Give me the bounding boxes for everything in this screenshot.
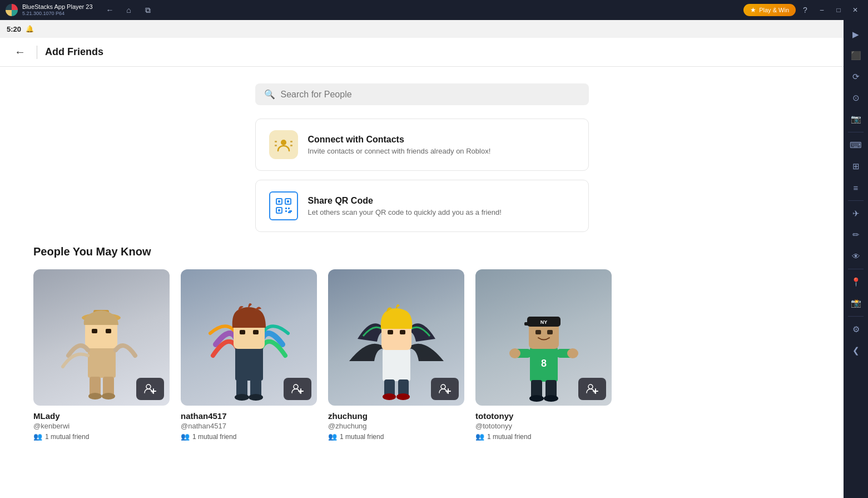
svg-rect-32 bbox=[240, 330, 245, 334]
mutual-icon-0: 👥 bbox=[33, 432, 42, 441]
sidebar-play-button[interactable]: ▶ bbox=[846, 24, 866, 45]
person-card-2: zhuchung @zhuchung 👥 1 mutual friend bbox=[328, 269, 464, 441]
qr-card-title: Share QR Code bbox=[308, 196, 502, 206]
svg-point-68 bbox=[588, 384, 593, 389]
add-friend-button-0[interactable] bbox=[136, 378, 164, 400]
app-name-label: BlueStacks App Player 23 5.21.300.1070 P… bbox=[22, 3, 93, 17]
status-time: 5:20 bbox=[7, 25, 21, 33]
qr-icon bbox=[269, 191, 298, 220]
sidebar-divider-3 bbox=[848, 269, 864, 269]
share-qr-card[interactable]: Share QR Code Let others scan your QR co… bbox=[255, 180, 589, 232]
close-button[interactable]: ✕ bbox=[848, 3, 862, 17]
svg-rect-33 bbox=[253, 330, 259, 334]
add-friend-button-1[interactable] bbox=[284, 378, 311, 400]
scroll-content[interactable]: 🔍 bbox=[0, 67, 844, 498]
svg-rect-21 bbox=[92, 329, 97, 333]
qr-card-text: Share QR Code Let others scan your QR co… bbox=[308, 196, 502, 216]
sidebar-divider-4 bbox=[848, 316, 864, 317]
notification-icon: 🔔 bbox=[26, 25, 34, 33]
header-divider bbox=[37, 46, 37, 59]
person-mutual-1: 👥 1 mutual friend bbox=[181, 432, 317, 441]
person-avatar-3: 8 NY bbox=[475, 269, 612, 406]
play-win-label: Play & Win bbox=[759, 7, 789, 13]
svg-rect-16 bbox=[288, 211, 291, 213]
qr-card-desc: Let others scan your QR code to quickly … bbox=[308, 208, 502, 216]
svg-rect-2 bbox=[275, 141, 277, 142]
sidebar-settings-button[interactable]: ⚙ bbox=[846, 319, 866, 339]
svg-point-48 bbox=[396, 393, 410, 400]
sidebar-divider-1 bbox=[848, 132, 864, 132]
contacts-card-text: Connect with Contacts Invite contacts or… bbox=[308, 135, 491, 155]
app-content: 5:20 🔔 ← Add Friends 🔍 bbox=[0, 20, 844, 498]
person-handle-2: @zhuchung bbox=[328, 422, 464, 430]
sidebar-grid-button[interactable]: ⊞ bbox=[846, 156, 866, 176]
sidebar-refresh-button[interactable]: ⟳ bbox=[846, 67, 866, 87]
action-cards: Connect with Contacts Invite contacts or… bbox=[255, 119, 589, 241]
svg-rect-30 bbox=[235, 347, 263, 381]
bluestacks-logo bbox=[6, 4, 18, 16]
sidebar-location-button[interactable]: 📍 bbox=[846, 272, 866, 292]
person-name-2: zhuchung bbox=[328, 411, 464, 421]
play-win-star: ★ bbox=[750, 6, 756, 14]
sidebar-menu-button[interactable]: ≡ bbox=[846, 177, 866, 198]
svg-point-37 bbox=[249, 394, 263, 401]
mutual-icon-3: 👥 bbox=[475, 432, 484, 441]
search-input-wrap[interactable]: 🔍 bbox=[255, 83, 589, 105]
svg-rect-44 bbox=[400, 330, 405, 334]
search-input[interactable] bbox=[281, 90, 580, 100]
svg-rect-11 bbox=[287, 200, 289, 203]
person-handle-3: @tototonyy bbox=[475, 422, 612, 430]
titlebar-right: ★ Play & Win ? – □ ✕ bbox=[743, 3, 862, 17]
main-area: 5:20 🔔 ← Add Friends 🔍 bbox=[0, 20, 868, 498]
play-win-button[interactable]: ★ Play & Win bbox=[743, 4, 796, 16]
sidebar-screenshot-button[interactable]: 📷 bbox=[846, 109, 866, 129]
svg-rect-17 bbox=[88, 344, 116, 378]
person-card-0: MLady @kenberwi 👥 1 mutual friend bbox=[33, 269, 170, 441]
nav-multi-button[interactable]: ⧉ bbox=[141, 3, 155, 17]
sidebar-eye-button[interactable]: 👁 bbox=[846, 246, 866, 266]
svg-point-62 bbox=[509, 348, 520, 358]
person-card-3: 8 NY bbox=[475, 269, 612, 441]
person-mutual-3: 👥 1 mutual friend bbox=[475, 432, 612, 441]
svg-rect-56 bbox=[524, 322, 531, 326]
connect-contacts-card[interactable]: Connect with Contacts Invite contacts or… bbox=[255, 119, 589, 171]
svg-point-1 bbox=[281, 140, 286, 145]
person-mutual-2: 👥 1 mutual friend bbox=[328, 432, 464, 441]
svg-point-67 bbox=[544, 395, 558, 402]
person-mutual-0: 👥 1 mutual friend bbox=[33, 432, 170, 441]
nav-home-button[interactable]: ⌂ bbox=[122, 3, 136, 17]
svg-point-49 bbox=[441, 384, 445, 389]
sidebar-flight-button[interactable]: ✈ bbox=[846, 204, 866, 224]
page-title: Add Friends bbox=[45, 46, 103, 58]
sidebar-camera-button[interactable]: 📸 bbox=[846, 293, 866, 313]
person-handle-0: @kenberwi bbox=[33, 422, 170, 430]
add-friend-button-3[interactable] bbox=[578, 378, 606, 400]
person-avatar-2 bbox=[328, 269, 464, 406]
sidebar-divider-2 bbox=[848, 200, 864, 201]
person-avatar-1 bbox=[181, 269, 317, 406]
back-button[interactable]: ← bbox=[11, 43, 29, 61]
sidebar-collapse-button[interactable]: ❮ bbox=[846, 341, 866, 361]
person-name-3: tototonyy bbox=[475, 411, 612, 421]
svg-point-47 bbox=[383, 393, 396, 400]
svg-point-27 bbox=[146, 384, 151, 389]
page-header: ← Add Friends bbox=[0, 38, 844, 67]
people-grid: MLady @kenberwi 👥 1 mutual friend bbox=[33, 269, 810, 441]
svg-point-63 bbox=[567, 348, 578, 358]
sidebar-keyboard-button[interactable]: ⌨ bbox=[846, 135, 866, 155]
svg-rect-59 bbox=[547, 330, 553, 334]
minimize-button[interactable]: – bbox=[815, 3, 829, 17]
help-button[interactable]: ? bbox=[798, 3, 812, 17]
svg-rect-43 bbox=[388, 330, 393, 334]
maximize-button[interactable]: □ bbox=[831, 3, 846, 17]
person-handle-1: @nathan4517 bbox=[181, 422, 317, 430]
svg-rect-22 bbox=[106, 329, 111, 333]
sidebar-screen-button[interactable]: ⬛ bbox=[846, 46, 866, 66]
person-card-1: nathan4517 @nathan4517 👥 1 mutual friend bbox=[181, 269, 317, 441]
svg-point-66 bbox=[529, 395, 544, 402]
people-section: People You May Know bbox=[33, 245, 810, 441]
sidebar-record-button[interactable]: ⊙ bbox=[846, 88, 866, 108]
add-friend-button-2[interactable] bbox=[431, 378, 459, 400]
sidebar-edit-button[interactable]: ✏ bbox=[846, 225, 866, 245]
nav-back-button[interactable]: ← bbox=[103, 3, 117, 17]
